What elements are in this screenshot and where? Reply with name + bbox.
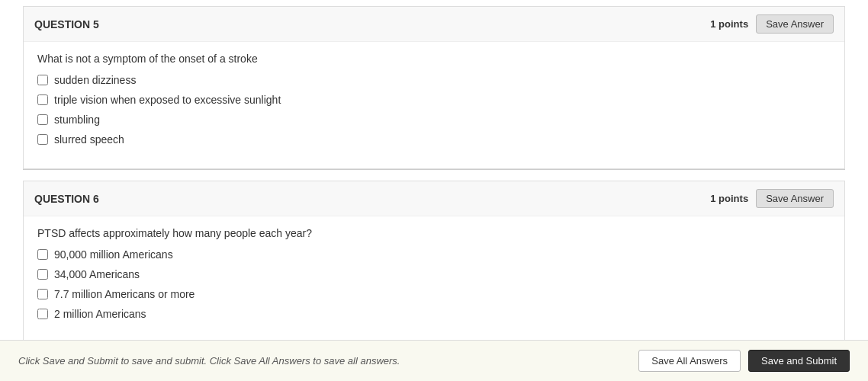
option-row-5-2: stumbling [37, 114, 831, 126]
option-checkbox-6-0[interactable] [37, 249, 48, 260]
option-label-5-1: triple vision when exposed to excessive … [54, 94, 281, 106]
option-label-6-1: 34,000 Americans [54, 268, 140, 280]
footer-bar: Click Save and Submit to save and submit… [0, 340, 868, 381]
option-row-6-1: 34,000 Americans [37, 268, 831, 280]
option-label-5-3: slurred speech [54, 133, 124, 146]
points-badge-6: 1 points [710, 193, 748, 204]
option-row-5-0: sudden dizziness [37, 74, 831, 86]
question-header-6: QUESTION 6 1 points Save Answer [24, 181, 844, 216]
option-label-6-3: 2 million Americans [54, 308, 146, 320]
option-checkbox-5-1[interactable] [37, 94, 48, 105]
content-area: QUESTION 5 1 points Save Answer What is … [0, 0, 868, 381]
question-meta-5: 1 points Save Answer [710, 14, 834, 34]
question-title-6: QUESTION 6 [34, 193, 99, 205]
question-text-5: What is not a symptom of the onset of a … [37, 53, 831, 65]
option-row-6-0: 90,000 million Americans [37, 248, 831, 261]
option-row-5-1: triple vision when exposed to excessive … [37, 94, 831, 106]
option-row-6-3: 2 million Americans [37, 308, 831, 320]
footer-text: Click Save and Submit to save and submit… [18, 355, 400, 367]
question-header-5: QUESTION 5 1 points Save Answer [24, 7, 844, 42]
option-label-5-0: sudden dizziness [54, 74, 136, 86]
question-body-6: PTSD affects approximately how many peop… [24, 216, 844, 343]
question-spacer [0, 170, 868, 181]
save-answer-button-6[interactable]: Save Answer [756, 189, 834, 208]
option-row-6-2: 7.7 million Americans or more [37, 288, 831, 300]
points-badge-5: 1 points [710, 18, 748, 30]
question-text-6: PTSD affects approximately how many peop… [37, 227, 831, 239]
save-and-submit-button[interactable]: Save and Submit [748, 350, 850, 372]
save-all-answers-button[interactable]: Save All Answers [638, 350, 741, 372]
question-meta-6: 1 points Save Answer [710, 189, 834, 208]
option-label-6-2: 7.7 million Americans or more [54, 288, 194, 300]
option-checkbox-5-3[interactable] [37, 134, 48, 145]
option-checkbox-5-0[interactable] [37, 75, 48, 85]
option-row-5-3: slurred speech [37, 133, 831, 146]
footer-actions: Save All Answers Save and Submit [638, 350, 850, 372]
option-label-5-2: stumbling [54, 114, 100, 126]
option-checkbox-6-1[interactable] [37, 269, 48, 280]
question-body-5: What is not a symptom of the onset of a … [24, 42, 844, 168]
option-label-6-0: 90,000 million Americans [54, 248, 173, 261]
save-answer-button-5[interactable]: Save Answer [756, 14, 834, 34]
question-block-6: QUESTION 6 1 points Save Answer PTSD aff… [23, 181, 845, 344]
page-wrapper: QUESTION 5 1 points Save Answer What is … [0, 0, 868, 381]
question-block-5: QUESTION 5 1 points Save Answer What is … [23, 6, 845, 169]
question-title-5: QUESTION 5 [34, 18, 99, 30]
option-checkbox-5-2[interactable] [37, 114, 48, 125]
option-checkbox-6-3[interactable] [37, 309, 48, 319]
option-checkbox-6-2[interactable] [37, 289, 48, 299]
